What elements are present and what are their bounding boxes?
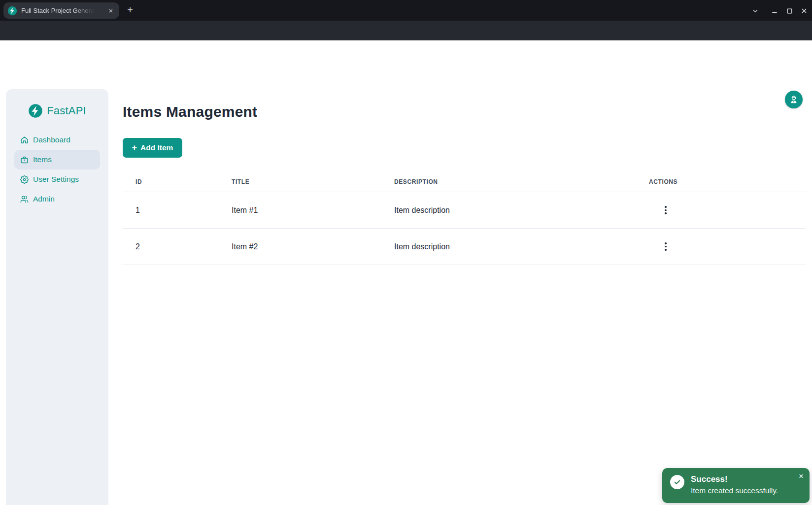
add-item-label: Add Item bbox=[140, 143, 173, 152]
sidebar-item-items[interactable]: Items bbox=[14, 150, 100, 169]
app-page: FastAPI Dashboard Items User Settings Ad… bbox=[0, 40, 812, 505]
cell-id: 2 bbox=[123, 242, 232, 251]
success-check-icon bbox=[670, 475, 684, 489]
browser-chrome: Full Stack Project Genera × + bbox=[0, 0, 812, 40]
tab-search-chevron-icon[interactable] bbox=[748, 4, 762, 18]
logo-text: FastAPI bbox=[47, 104, 86, 117]
toast-message: Item created successfully. bbox=[691, 485, 778, 496]
sidebar-item-admin[interactable]: Admin bbox=[14, 189, 100, 209]
success-toast: Success! Item created successfully. × bbox=[662, 468, 810, 503]
fastapi-favicon-icon bbox=[7, 6, 17, 16]
window-close-button[interactable] bbox=[797, 4, 811, 18]
sidebar-item-label: Admin bbox=[33, 195, 55, 203]
toast-text: Success! Item created successfully. bbox=[691, 474, 778, 496]
window-maximize-button[interactable] bbox=[782, 4, 796, 18]
toast-close-icon[interactable]: × bbox=[799, 472, 804, 480]
col-header-id: ID bbox=[123, 178, 232, 185]
add-item-button[interactable]: + Add Item bbox=[123, 138, 182, 158]
items-table: ID TITLE DESCRIPTION ACTIONS 1 Item #1 I… bbox=[123, 171, 806, 265]
cell-id: 1 bbox=[123, 206, 232, 215]
table-row: 2 Item #2 Item description bbox=[123, 229, 806, 265]
users-icon bbox=[20, 195, 29, 203]
sidebar-item-user-settings[interactable]: User Settings bbox=[14, 169, 100, 189]
row-actions-kebab-icon[interactable] bbox=[659, 203, 673, 217]
sidebar: FastAPI Dashboard Items User Settings Ad… bbox=[6, 89, 108, 505]
col-header-actions: ACTIONS bbox=[649, 178, 806, 185]
table-row: 1 Item #1 Item description bbox=[123, 192, 806, 229]
fastapi-logo[interactable]: FastAPI bbox=[6, 103, 108, 118]
gear-icon bbox=[20, 175, 29, 184]
sidebar-item-label: Items bbox=[33, 155, 52, 164]
page-title: Items Management bbox=[123, 103, 806, 120]
tab-title: Full Stack Project Genera bbox=[21, 7, 94, 14]
browser-toolbar: localhost/items 1 bbox=[0, 21, 812, 40]
sidebar-item-label: Dashboard bbox=[33, 135, 70, 144]
cell-title: Item #2 bbox=[232, 242, 394, 251]
fastapi-bolt-icon bbox=[28, 103, 43, 118]
col-header-title: TITLE bbox=[232, 178, 394, 185]
sidebar-item-label: User Settings bbox=[33, 175, 79, 184]
sidebar-nav: Dashboard Items User Settings Admin bbox=[6, 130, 108, 209]
row-actions-kebab-icon[interactable] bbox=[659, 240, 673, 254]
new-tab-button[interactable]: + bbox=[124, 4, 136, 16]
cell-title: Item #1 bbox=[232, 206, 394, 215]
home-icon bbox=[20, 136, 29, 144]
toast-title: Success! bbox=[691, 474, 778, 485]
table-header-row: ID TITLE DESCRIPTION ACTIONS bbox=[123, 171, 806, 192]
plus-icon: + bbox=[132, 143, 137, 152]
sidebar-item-dashboard[interactable]: Dashboard bbox=[14, 130, 100, 150]
briefcase-icon bbox=[20, 156, 29, 164]
tab-close-icon[interactable]: × bbox=[106, 6, 115, 15]
cell-description: Item description bbox=[394, 242, 649, 251]
window-minimize-button[interactable] bbox=[768, 4, 781, 18]
main-content: Items Management + Add Item ID TITLE DES… bbox=[123, 81, 806, 265]
tab-strip: Full Stack Project Genera × + bbox=[0, 0, 812, 21]
cell-description: Item description bbox=[394, 206, 649, 215]
col-header-description: DESCRIPTION bbox=[394, 178, 649, 185]
browser-tab[interactable]: Full Stack Project Genera × bbox=[3, 2, 119, 19]
